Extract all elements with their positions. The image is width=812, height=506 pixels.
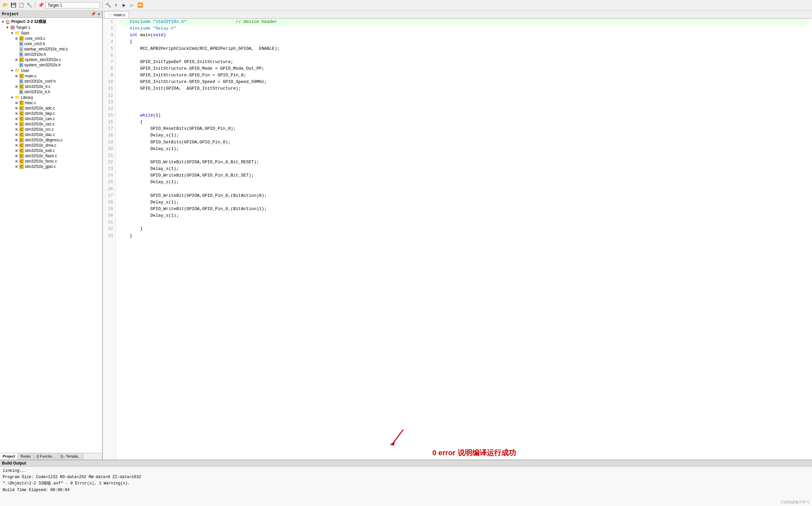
- panel-dock-btn[interactable]: 📌: [91, 12, 96, 17]
- toolbar-sep1: [35, 2, 35, 9]
- tree-item[interactable]: hcore_cm3.h: [0, 41, 102, 47]
- tree-toggle[interactable]: ⊞: [15, 144, 19, 147]
- tree-item[interactable]: ⊞Cstm32f10x_bkp.c: [0, 111, 102, 116]
- tree-item[interactable]: ⊞Cmain.c: [0, 73, 102, 79]
- tree-item[interactable]: hstm32f10x_it.h: [0, 89, 102, 95]
- tree-toggle[interactable]: ⊞: [15, 122, 19, 126]
- tree-toggle[interactable]: ▼: [6, 26, 10, 29]
- panel-tab[interactable]: Project: [0, 453, 18, 459]
- tree-item[interactable]: hsystem_stm32f10x.h: [0, 62, 102, 68]
- tree-item-icon: C: [19, 133, 24, 137]
- tree-item[interactable]: ⊞Cstm32f10x_dac.c: [0, 132, 102, 137]
- code-line: □ {: [119, 119, 809, 125]
- tree-toggle[interactable]: ⊞: [15, 133, 19, 136]
- tree-item[interactable]: hstm32f10x.h: [0, 52, 102, 57]
- toolbar-debug-icon[interactable]: ▶: [121, 2, 127, 9]
- tree-item[interactable]: ⊞Cstm32f10x_dbgmcu.c: [0, 137, 102, 143]
- code-line: [119, 152, 809, 159]
- tree-item[interactable]: ⊞Csystem_stm32f10x.c: [0, 57, 102, 62]
- line-number: 32: [105, 226, 113, 232]
- tree-toggle[interactable]: ⊞: [15, 160, 19, 163]
- tree-item[interactable]: sstartup_stm32f10x_md.s: [0, 47, 102, 52]
- toolbar-save-icon[interactable]: 💾: [10, 2, 17, 9]
- tree-item[interactable]: ▼📁Start: [0, 30, 102, 36]
- tree-item[interactable]: ⊞Cstm32f10x_can.c: [0, 116, 102, 121]
- line-number: 4: [105, 38, 113, 45]
- tree-toggle[interactable]: ⊞: [15, 154, 19, 158]
- panel-tab[interactable]: Books: [18, 453, 34, 459]
- code-line: int main(void): [119, 32, 809, 38]
- tree-toggle[interactable]: ⊞: [15, 74, 19, 78]
- panel-close-btn[interactable]: ✕: [98, 12, 100, 17]
- tree-item[interactable]: ⊞Cmisc.c: [0, 100, 102, 105]
- tree-toggle[interactable]: ⊞: [15, 128, 19, 131]
- tree-item-label: stm32f10x_can.c: [25, 116, 55, 121]
- tree-item[interactable]: ⊞Cstm32f10x_dma.c: [0, 143, 102, 148]
- tree-item[interactable]: ⊞Cstm32f10x_it.c: [0, 84, 102, 89]
- tree-toggle[interactable]: ⊞: [15, 112, 19, 115]
- tree-item-label: stm32f10x_adc.c: [25, 106, 55, 110]
- tree-item-icon: C: [19, 74, 24, 78]
- tree-item-icon: C: [19, 106, 24, 110]
- editor-area: 📄 main.c 1234567891011121314151617181920…: [103, 11, 812, 459]
- tree-item[interactable]: hstm32f10x_conf.h: [0, 79, 102, 84]
- tree-item[interactable]: ⊞Cstm32f10x_cec.c: [0, 121, 102, 127]
- line-number: 3: [105, 32, 113, 38]
- panel-tab[interactable]: {} Functio...: [34, 453, 58, 459]
- tree-item-icon: C: [19, 148, 24, 153]
- line-number: 31: [105, 219, 113, 226]
- tree-item-icon: h: [19, 41, 23, 46]
- tree-item-icon: C: [19, 116, 24, 121]
- target-selector[interactable]: [45, 2, 100, 8]
- tree-item[interactable]: ▼📁User: [0, 68, 102, 73]
- line-number: 14: [105, 105, 113, 112]
- toolbar-load-icon[interactable]: ⬇: [113, 2, 119, 9]
- line-number: 21: [105, 152, 113, 159]
- editor-tab-label: main.c: [114, 13, 125, 17]
- tree-toggle[interactable]: ⊞: [15, 149, 19, 152]
- project-panel-header: Project 📌 ✕: [0, 11, 102, 18]
- code-line: Delay_s(1);: [119, 179, 809, 185]
- tree-item[interactable]: ⊞Cstm32f10x_gpio.c: [0, 164, 102, 169]
- tree-toggle[interactable]: ▼: [11, 69, 15, 72]
- tree-item[interactable]: ⊞Cstm32f10x_exti.c: [0, 148, 102, 153]
- tree-item[interactable]: ▼🎯Target 1: [0, 25, 102, 30]
- tree-item[interactable]: ⊞Ccore_cm3.c: [0, 36, 102, 41]
- line-number: 7: [105, 59, 113, 65]
- toolbar-icon5[interactable]: 📌: [37, 2, 44, 9]
- line-number: 17: [105, 125, 113, 132]
- code-line: GPIO_SetBits(GPIOA,GPIO_Pin_0);: [119, 139, 809, 146]
- line-number: 12: [105, 92, 113, 99]
- tree-item[interactable]: ▼📁Library: [0, 95, 102, 100]
- toolbar-debug2-icon[interactable]: ▷: [129, 2, 135, 9]
- tree-toggle[interactable]: ▼: [11, 96, 15, 99]
- tree-toggle[interactable]: ⊞: [15, 138, 19, 142]
- tree-toggle[interactable]: ⊞: [15, 117, 19, 120]
- tree-item-label: stm32f10x.h: [24, 52, 46, 57]
- tree-toggle[interactable]: ⊞: [15, 37, 19, 40]
- toolbar-debug3-icon[interactable]: ⏩: [136, 2, 143, 9]
- tree-item[interactable]: ⊞Cstm32f10x_fsmc.c: [0, 159, 102, 164]
- tree-toggle[interactable]: ▼: [1, 20, 5, 23]
- tree-toggle[interactable]: ▼: [11, 31, 15, 35]
- tree-toggle[interactable]: ⊞: [15, 101, 19, 104]
- tree-item[interactable]: ⊞Cstm32f10x_crc.c: [0, 127, 102, 132]
- tree-item[interactable]: ▼🏠Project: 2-2 32模版: [0, 19, 102, 25]
- tree-toggle[interactable]: ⊞: [15, 165, 19, 168]
- panel-tab[interactable]: {}₊ Templa...: [58, 453, 84, 459]
- line-number: 9: [105, 72, 113, 79]
- code-content[interactable]: #include "stm32f10x.h" // Device header …: [116, 19, 812, 459]
- toolbar-open-icon[interactable]: 📂: [2, 2, 9, 9]
- toolbar-build-icon[interactable]: 🔨: [105, 2, 111, 9]
- tree-toggle[interactable]: ⊞: [15, 106, 19, 110]
- tree-item-icon: C: [19, 159, 24, 164]
- tree-toggle[interactable]: ⊞: [15, 85, 19, 88]
- tree-toggle[interactable]: ⊞: [15, 58, 19, 61]
- tree-item[interactable]: ⊞Cstm32f10x_adc.c: [0, 105, 102, 111]
- toolbar-icon3[interactable]: 📋: [18, 2, 24, 9]
- code-editor[interactable]: 1234567891011121314151617181920212223242…: [103, 19, 812, 459]
- tree-item[interactable]: ⊞Cstm32f10x_flash.c: [0, 153, 102, 159]
- toolbar-icon4[interactable]: 🔧: [26, 2, 32, 9]
- tree-item-icon: C: [19, 58, 24, 62]
- editor-tab-main[interactable]: 📄 main.c: [104, 11, 129, 18]
